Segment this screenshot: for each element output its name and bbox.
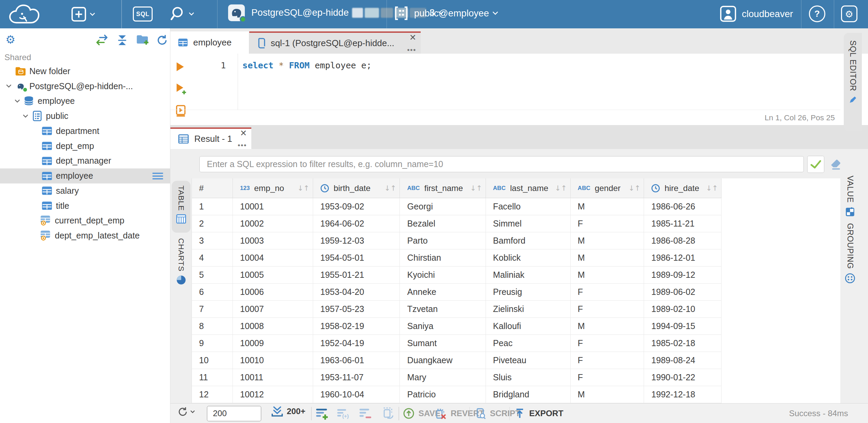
data-cell[interactable]: 1989-08-24 <box>644 352 722 369</box>
data-cell[interactable]: 1953-04-20 <box>313 284 400 301</box>
table-row[interactable]: 12100121960-10-04PatricioBridglandM1992-… <box>192 386 840 403</box>
sort-icon[interactable]: ↓↑ <box>628 184 640 192</box>
data-cell[interactable]: 10007 <box>233 301 313 318</box>
add-row-button[interactable] <box>316 407 329 420</box>
settings-button[interactable]: ⚙ <box>841 5 858 22</box>
data-cell[interactable]: M <box>571 198 644 215</box>
data-cell[interactable]: 1985-02-18 <box>644 335 722 352</box>
filter-input[interactable] <box>199 156 804 172</box>
data-cell[interactable]: 10004 <box>233 249 313 267</box>
delete-row-button[interactable] <box>359 407 372 420</box>
tab-grouping-panel[interactable]: GROUPING <box>845 223 855 286</box>
data-cell[interactable]: 10011 <box>233 369 313 386</box>
data-cell[interactable]: Tzvetan <box>400 301 486 318</box>
data-cell[interactable]: 1989-09-12 <box>644 267 722 284</box>
data-cell[interactable]: 1986-06-26 <box>644 198 722 215</box>
data-cell[interactable]: Parto <box>400 232 486 249</box>
data-cell[interactable]: 1954-05-01 <box>313 249 400 267</box>
tree-item-table[interactable]: dept_manager <box>0 153 170 168</box>
apply-filter-button[interactable] <box>807 156 824 173</box>
close-icon[interactable]: ✕ <box>240 129 247 137</box>
data-cell[interactable]: M <box>571 249 644 267</box>
data-cell[interactable]: M <box>571 232 644 249</box>
data-cell[interactable]: 10006 <box>233 284 313 301</box>
tab-table-presentation[interactable]: TABLE <box>172 181 191 233</box>
data-cell[interactable]: 1992-12-18 <box>644 386 722 403</box>
close-icon[interactable]: ✕ <box>409 33 416 42</box>
data-cell[interactable]: 1953-09-02 <box>313 198 400 215</box>
data-cell[interactable]: 1953-11-07 <box>313 369 400 386</box>
data-cell[interactable]: 1989-02-10 <box>644 301 722 318</box>
sql-editor[interactable]: 1 select * FROM employee e; Ln 1, Col 26… <box>170 54 840 125</box>
data-cell[interactable]: Georgi <box>400 198 486 215</box>
tab-menu-dots[interactable]: ••• <box>238 142 247 148</box>
chevron-down-icon[interactable] <box>20 113 31 119</box>
data-cell[interactable]: 10010 <box>233 352 313 369</box>
data-cell[interactable]: Piveteau <box>486 352 571 369</box>
data-cell[interactable]: 1989-06-02 <box>644 284 722 301</box>
tree-item-table-selected[interactable]: employee <box>0 168 170 183</box>
data-cell[interactable]: Koblick <box>486 249 571 267</box>
tab-charts-presentation[interactable]: CHARTS <box>172 237 191 290</box>
column-header-first-name[interactable]: ABC first_name ↓↑ <box>400 178 486 198</box>
tree-item-table[interactable]: dept_emp <box>0 138 170 153</box>
data-cell[interactable]: Patricio <box>400 386 486 403</box>
tab-value-panel[interactable]: VALUE <box>845 176 855 219</box>
data-cell[interactable]: Simmel <box>486 215 571 232</box>
tree-item-table[interactable]: department <box>0 123 170 138</box>
execute-new-tab-button[interactable] <box>176 83 188 97</box>
link-with-editor-icon[interactable] <box>95 34 109 49</box>
data-cell[interactable]: 10002 <box>233 215 313 232</box>
tree-item-table[interactable]: salary <box>0 183 170 199</box>
tree-item-table[interactable]: title <box>0 198 170 213</box>
data-cell[interactable]: Preusig <box>486 284 571 301</box>
data-cell[interactable]: 10005 <box>233 267 313 284</box>
data-cell[interactable]: F <box>571 284 644 301</box>
auto-refresh-button[interactable] <box>381 406 395 420</box>
data-cell[interactable]: M <box>571 318 644 335</box>
open-sql-editor-button[interactable]: SQL <box>133 6 153 22</box>
data-cell[interactable]: Chirstian <box>400 249 486 267</box>
table-row[interactable]: 9100091952-04-19SumantPeacF1985-02-18 <box>192 335 840 352</box>
data-cell[interactable]: Zielinski <box>486 301 571 318</box>
tree-item-view[interactable]: current_dept_emp <box>0 213 170 228</box>
data-cell[interactable]: 1960-10-04 <box>313 386 400 403</box>
table-row[interactable]: 8100081958-02-19SaniyaKalloufiM1994-09-1… <box>192 318 840 335</box>
sort-icon[interactable]: ↓↑ <box>470 184 482 192</box>
data-cell[interactable]: F <box>571 335 644 352</box>
chevron-down-icon[interactable] <box>3 83 14 89</box>
export-button[interactable]: EXPORT <box>514 408 563 419</box>
tree-item-new-folder[interactable]: New folder <box>0 64 170 79</box>
data-cell[interactable]: F <box>571 215 644 232</box>
sort-icon[interactable]: ↓↑ <box>706 184 718 192</box>
sort-icon[interactable]: ↓↑ <box>297 184 309 192</box>
tree-item-database[interactable]: employee <box>0 94 170 109</box>
data-cell[interactable]: Bezalel <box>400 215 486 232</box>
tree-item-connection[interactable]: PostgreSQL@ep-hidden-... <box>0 79 170 94</box>
data-cell[interactable]: Bamford <box>486 232 571 249</box>
tab-result-1[interactable]: Result - 1 ✕ ••• <box>170 127 251 149</box>
item-menu-icon[interactable] <box>152 172 164 182</box>
data-cell[interactable]: Maliniak <box>486 267 571 284</box>
table-row[interactable]: 7100071957-05-23TzvetanZielinskiF1989-02… <box>192 301 840 318</box>
user-menu[interactable]: cloudbeaver <box>720 5 793 22</box>
table-row[interactable]: 5100051955-01-21KyoichiMaliniakM1989-09-… <box>192 267 840 284</box>
duplicate-row-button[interactable]: (+) <box>337 407 351 420</box>
column-header-birth-date[interactable]: birth_date ↓↑ <box>313 178 400 198</box>
table-row[interactable]: 6100061953-04-20AnnekePreusigF1989-06-02 <box>192 284 840 301</box>
table-row[interactable]: 3100031959-12-03PartoBamfordM1986-08-28 <box>192 232 840 249</box>
data-cell[interactable]: 1986-12-01 <box>644 249 722 267</box>
data-cell[interactable]: F <box>571 369 644 386</box>
row-limit-input[interactable] <box>207 406 261 421</box>
data-cell[interactable]: Facello <box>486 198 571 215</box>
tree-item-schema[interactable]: public <box>0 109 170 124</box>
data-cell[interactable]: 1958-02-19 <box>313 318 400 335</box>
column-header-emp-no[interactable]: 123 emp_no ↓↑ <box>233 178 313 198</box>
table-row[interactable]: 2100021964-06-02BezalelSimmelF1985-11-21 <box>192 215 840 232</box>
data-cell[interactable]: 1955-01-21 <box>313 267 400 284</box>
data-cell[interactable]: Bridgland <box>486 386 571 403</box>
schema-selector[interactable]: public@employee <box>394 5 499 21</box>
collapse-all-icon[interactable] <box>116 34 128 49</box>
data-cell[interactable]: 1957-05-23 <box>313 301 400 318</box>
fetch-more-button[interactable]: 200+ <box>271 406 305 417</box>
